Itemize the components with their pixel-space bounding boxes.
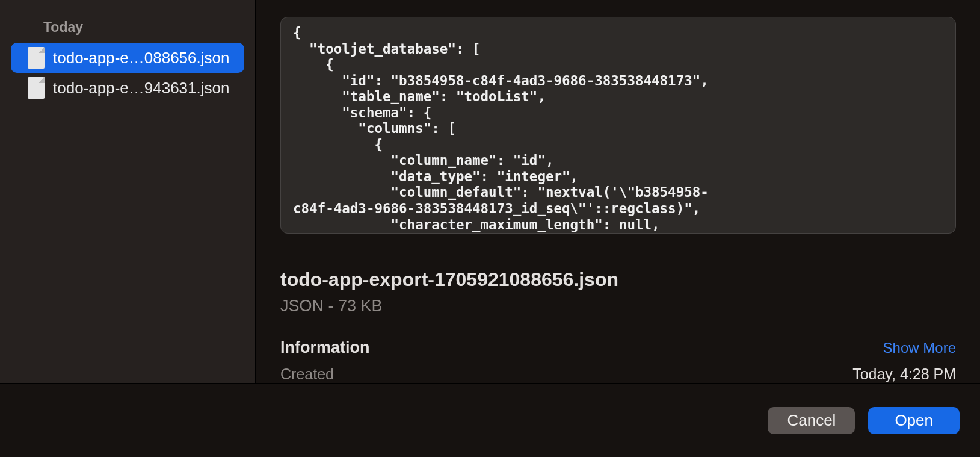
open-button[interactable]: Open: [868, 407, 960, 434]
info-field-value: Today, 4:28 PM: [852, 365, 956, 383]
file-icon: [28, 77, 45, 99]
file-meta: JSON - 73 KB: [280, 297, 956, 316]
info-field-created: Created Today, 4:28 PM: [280, 365, 956, 383]
preview-pane: { "tooljet_database": [ { "id": "b385495…: [256, 0, 980, 383]
cancel-button[interactable]: Cancel: [768, 407, 855, 434]
file-row-label: todo-app-e…088656.json: [53, 49, 229, 67]
file-row[interactable]: todo-app-e…088656.json: [11, 43, 244, 73]
information-heading: Information: [280, 338, 370, 357]
dialog-footer: Cancel Open: [0, 384, 980, 457]
file-row[interactable]: todo-app-e…943631.json: [11, 73, 244, 103]
file-list-sidebar: Today todo-app-e…088656.json todo-app-e……: [0, 0, 256, 383]
file-title: todo-app-export-1705921088656.json: [280, 269, 956, 291]
file-content-preview[interactable]: { "tooljet_database": [ { "id": "b385495…: [280, 17, 956, 234]
show-more-link[interactable]: Show More: [883, 340, 956, 356]
section-header-today: Today: [0, 12, 255, 43]
info-field-label: Created: [280, 365, 334, 383]
file-icon: [28, 47, 45, 69]
file-row-label: todo-app-e…943631.json: [53, 79, 229, 98]
